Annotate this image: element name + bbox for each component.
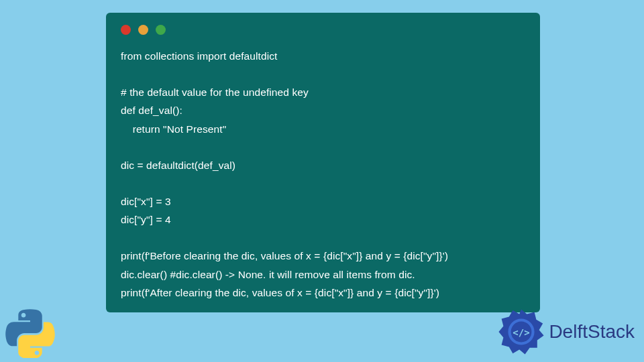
code-line: dic["y"] = 4 — [121, 214, 171, 225]
python-logo-icon — [5, 308, 55, 358]
code-line: dic["x"] = 3 — [121, 196, 171, 207]
brand-name: DelftStack — [549, 321, 635, 343]
code-line: # the default value for the undefined ke… — [121, 86, 309, 98]
minimize-dot-icon — [138, 25, 148, 35]
code-window: from collections import defaultdict # th… — [106, 13, 540, 312]
code-block: from collections import defaultdict # th… — [121, 47, 525, 302]
code-line: dic.clear() #dic.clear() -> None. it wil… — [121, 269, 415, 280]
code-line: dic = defaultdict(def_val) — [121, 160, 235, 171]
code-line: return "Not Present" — [121, 123, 226, 135]
svg-text:</>: </> — [513, 327, 530, 338]
delftstack-brand: </> DelftStack — [498, 308, 635, 355]
code-line: def def_val(): — [121, 105, 182, 116]
window-controls — [121, 25, 525, 35]
code-line: print(f'After clearing the dic, values o… — [121, 287, 439, 298]
close-dot-icon — [121, 25, 131, 35]
code-line: print(f'Before clearing the dic, values … — [121, 250, 448, 261]
code-line: from collections import defaultdict — [121, 50, 278, 62]
maximize-dot-icon — [156, 25, 166, 35]
delftstack-logo-icon: </> — [498, 308, 545, 355]
